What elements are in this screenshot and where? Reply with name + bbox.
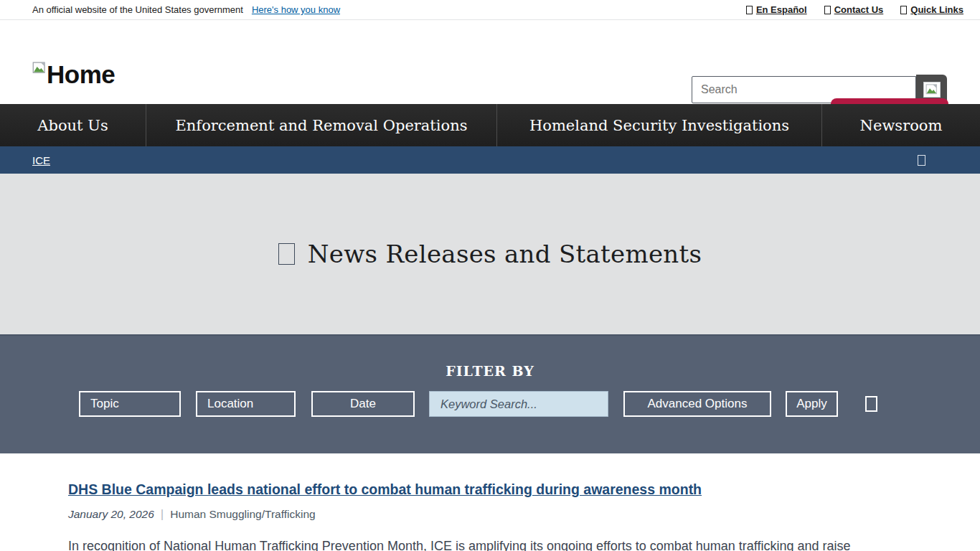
broken-image-icon bbox=[32, 61, 47, 78]
nav-item-label: Newsroom bbox=[860, 117, 943, 134]
breadcrumb-action-icon[interactable] bbox=[918, 155, 925, 166]
nav-item-homeland-security-investigations[interactable]: Homeland Security Investigations bbox=[497, 104, 822, 146]
heres-how-you-know-link[interactable]: Here's how you know bbox=[252, 4, 340, 15]
apply-button[interactable]: Apply bbox=[786, 391, 838, 417]
filter-heading: FILTER BY bbox=[0, 363, 980, 379]
topic-dropdown-label: Topic bbox=[90, 397, 119, 411]
quick-links-icon bbox=[900, 6, 907, 14]
news-list-item: DHS Blue Campaign leads national effort … bbox=[68, 481, 912, 551]
keyword-search-input[interactable] bbox=[429, 391, 608, 417]
news-category: Human Smuggling/Trafficking bbox=[170, 508, 315, 521]
date-dropdown-label: Date bbox=[350, 397, 376, 411]
nav-item-newsroom[interactable]: Newsroom bbox=[822, 104, 980, 146]
contact-us-label: Contact Us bbox=[834, 4, 884, 15]
nav-item-label: Homeland Security Investigations bbox=[529, 117, 789, 134]
official-website-text: An official website of the United States… bbox=[32, 4, 243, 15]
subscribe-rss-icon[interactable] bbox=[865, 396, 877, 412]
contact-us-icon bbox=[824, 6, 831, 14]
filter-section: FILTER BY Topic Location Date Advanced O… bbox=[0, 334, 980, 453]
contact-us-link[interactable]: Contact Us bbox=[824, 4, 884, 15]
primary-nav: About Us Enforcement and Removal Operati… bbox=[0, 104, 980, 146]
nav-item-label: Enforcement and Removal Operations bbox=[176, 117, 468, 134]
filter-controls: Topic Location Date Advanced Options App… bbox=[0, 391, 980, 417]
quick-links-link[interactable]: Quick Links bbox=[900, 4, 963, 15]
date-dropdown[interactable]: Date bbox=[311, 391, 415, 417]
hero-banner: News Releases and Statements bbox=[0, 174, 980, 334]
home-logo-alt-text: Home bbox=[47, 61, 115, 89]
gov-banner: An official website of the United States… bbox=[0, 0, 980, 20]
news-date: January 20, 2026 bbox=[68, 508, 154, 521]
breadcrumb: ICE bbox=[0, 146, 980, 174]
search-button-broken-image-icon bbox=[923, 82, 941, 98]
advanced-options-button[interactable]: Advanced Options bbox=[623, 391, 771, 417]
breadcrumb-ice-link[interactable]: ICE bbox=[32, 154, 50, 166]
news-excerpt: In recognition of National Human Traffic… bbox=[68, 537, 912, 551]
topic-dropdown[interactable]: Topic bbox=[79, 391, 181, 417]
location-dropdown[interactable]: Location bbox=[196, 391, 296, 417]
apply-label: Apply bbox=[796, 397, 827, 411]
quick-links-label: Quick Links bbox=[910, 4, 963, 15]
nav-item-enforcement-removal-operations[interactable]: Enforcement and Removal Operations bbox=[146, 104, 497, 146]
nav-item-label: About Us bbox=[37, 117, 108, 134]
page-title-icon bbox=[278, 243, 295, 265]
newsroom-active-indicator bbox=[831, 98, 948, 104]
news-results: DHS Blue Campaign leads national effort … bbox=[0, 453, 980, 551]
site-header: Home bbox=[0, 20, 980, 104]
location-dropdown-label: Location bbox=[207, 397, 253, 411]
en-espanol-icon bbox=[746, 6, 753, 14]
page-title: News Releases and Statements bbox=[308, 240, 702, 268]
advanced-options-label: Advanced Options bbox=[648, 397, 748, 411]
en-espanol-link[interactable]: En Español bbox=[746, 4, 807, 15]
meta-separator: | bbox=[161, 507, 164, 522]
news-title-link[interactable]: DHS Blue Campaign leads national effort … bbox=[68, 481, 702, 498]
nav-item-about-us[interactable]: About Us bbox=[0, 104, 146, 146]
news-meta: January 20, 2026 | Human Smuggling/Traff… bbox=[68, 507, 912, 522]
en-espanol-label: En Español bbox=[756, 4, 807, 15]
home-logo-link[interactable]: Home bbox=[32, 61, 115, 89]
